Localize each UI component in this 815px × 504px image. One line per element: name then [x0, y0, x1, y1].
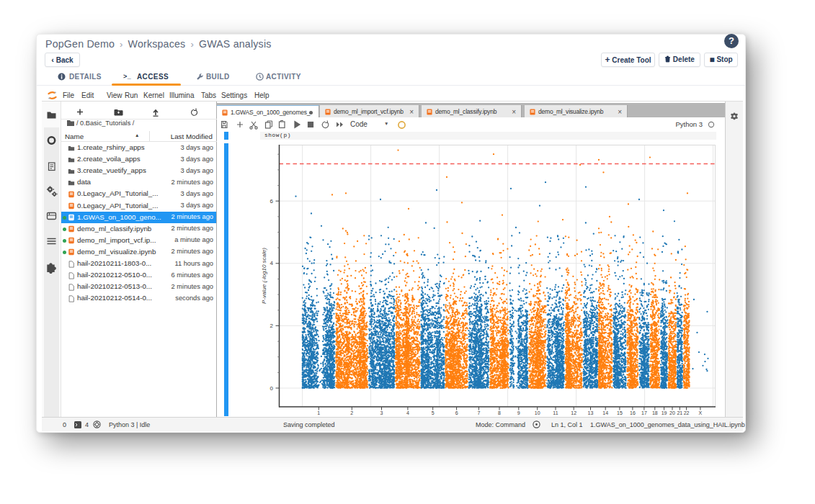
- svg-text:1: 1: [317, 410, 320, 415]
- svg-text:5: 5: [432, 410, 435, 415]
- svg-text:P-value (-log10 scale): P-value (-log10 scale): [261, 248, 267, 304]
- svg-text:X: X: [699, 410, 703, 415]
- svg-text:3: 3: [380, 410, 383, 415]
- svg-text:4: 4: [406, 410, 409, 415]
- svg-text:13: 13: [588, 410, 594, 415]
- svg-text:19: 19: [662, 410, 667, 415]
- svg-text:15: 15: [617, 410, 623, 415]
- svg-text:6: 6: [270, 198, 274, 204]
- svg-text:11: 11: [553, 410, 558, 415]
- svg-text:18: 18: [652, 410, 658, 415]
- svg-text:10: 10: [535, 410, 540, 415]
- svg-text:16: 16: [630, 410, 636, 415]
- svg-text:0: 0: [270, 385, 274, 392]
- svg-text:12: 12: [571, 410, 576, 415]
- svg-text:14: 14: [602, 410, 608, 415]
- svg-text:21: 21: [677, 410, 682, 415]
- svg-text:20: 20: [669, 410, 675, 415]
- svg-text:2: 2: [350, 410, 353, 415]
- svg-text:17: 17: [641, 410, 647, 415]
- svg-text:8: 8: [498, 410, 501, 415]
- svg-text:4: 4: [270, 260, 274, 266]
- svg-text:22: 22: [684, 410, 690, 415]
- svg-text:6: 6: [455, 410, 458, 415]
- svg-text:7: 7: [477, 410, 480, 415]
- svg-text:9: 9: [517, 410, 520, 415]
- svg-text:2: 2: [270, 323, 274, 329]
